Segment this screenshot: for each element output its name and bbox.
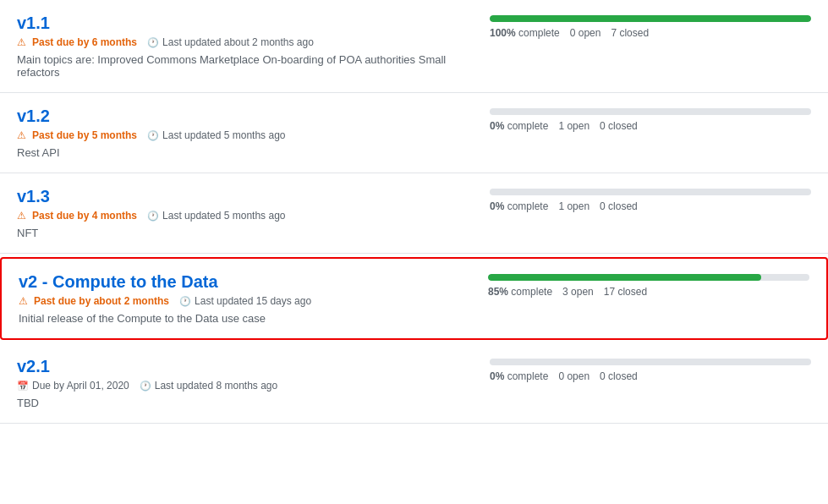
milestone-list: v1.1 Past due by 6 months Last updated a… bbox=[0, 0, 828, 424]
progress-bar-container bbox=[488, 274, 809, 281]
milestone-right: 0% complete 1 open 0 closed bbox=[490, 107, 811, 132]
open-count: 0 open bbox=[558, 370, 589, 382]
updated-meta: Last updated 15 days ago bbox=[179, 295, 311, 307]
clock-icon bbox=[147, 210, 159, 222]
warning-icon bbox=[17, 210, 29, 222]
due-label: Past due by 5 months bbox=[32, 129, 137, 141]
progress-percent: 100% complete bbox=[490, 27, 560, 39]
due-label: Due by April 01, 2020 bbox=[32, 380, 129, 392]
progress-bar-container bbox=[490, 108, 811, 115]
milestone-description: Rest API bbox=[17, 146, 469, 159]
updated-label: Last updated about 2 months ago bbox=[162, 36, 314, 48]
milestone-item-v1-3[interactable]: v1.3 Past due by 4 months Last updated 5… bbox=[0, 173, 828, 254]
milestone-right: 100% complete 0 open 7 closed bbox=[490, 14, 811, 39]
progress-percent: 0% complete bbox=[490, 370, 548, 382]
updated-meta: Last updated 5 months ago bbox=[147, 210, 285, 222]
milestone-description: Initial release of the Compute to the Da… bbox=[19, 312, 468, 325]
milestone-item-v1-1[interactable]: v1.1 Past due by 6 months Last updated a… bbox=[0, 0, 828, 93]
closed-count: 0 closed bbox=[600, 370, 638, 382]
progress-stats: 85% complete 3 open 17 closed bbox=[488, 286, 647, 298]
closed-count: 0 closed bbox=[600, 120, 638, 132]
progress-bar-container bbox=[490, 15, 811, 22]
milestone-left: v2.1 Due by April 01, 2020 Last updated … bbox=[17, 357, 490, 409]
due-meta: Due by April 01, 2020 bbox=[17, 380, 129, 392]
updated-label: Last updated 15 days ago bbox=[195, 295, 311, 307]
milestone-left: v1.1 Past due by 6 months Last updated a… bbox=[17, 14, 490, 79]
milestone-item-v2-1[interactable]: v2.1 Due by April 01, 2020 Last updated … bbox=[0, 343, 828, 424]
progress-stats: 0% complete 1 open 0 closed bbox=[490, 200, 638, 212]
updated-label: Last updated 8 months ago bbox=[155, 380, 277, 392]
due-meta: Past due by about 2 months bbox=[19, 295, 169, 307]
warning-icon bbox=[17, 36, 29, 48]
due-label: Past due by 4 months bbox=[32, 210, 137, 222]
clock-icon bbox=[140, 380, 151, 392]
clock-icon bbox=[179, 295, 191, 307]
milestone-title[interactable]: v1.2 bbox=[17, 107, 469, 126]
progress-percent: 0% complete bbox=[490, 200, 548, 212]
milestone-item-v1-2[interactable]: v1.2 Past due by 5 months Last updated 5… bbox=[0, 93, 828, 173]
milestone-right: 0% complete 0 open 0 closed bbox=[490, 357, 811, 382]
milestone-left: v1.3 Past due by 4 months Last updated 5… bbox=[17, 187, 490, 239]
due-meta: Past due by 6 months bbox=[17, 36, 137, 48]
warning-icon bbox=[19, 295, 30, 307]
progress-percent: 0% complete bbox=[490, 120, 548, 132]
milestone-meta: Past due by 5 months Last updated 5 mont… bbox=[17, 129, 469, 141]
updated-meta: Last updated about 2 months ago bbox=[147, 36, 314, 48]
milestone-description: TBD bbox=[17, 397, 469, 409]
updated-label: Last updated 5 months ago bbox=[162, 210, 285, 222]
milestone-meta: Due by April 01, 2020 Last updated 8 mon… bbox=[17, 380, 469, 392]
updated-label: Last updated 5 months ago bbox=[162, 129, 285, 141]
due-label: Past due by about 2 months bbox=[34, 295, 169, 307]
milestone-title[interactable]: v2.1 bbox=[17, 357, 469, 376]
milestone-item-v2[interactable]: v2 - Compute to the Data Past due by abo… bbox=[0, 257, 828, 340]
open-count: 1 open bbox=[558, 120, 589, 132]
progress-bar-fill bbox=[488, 274, 761, 281]
updated-meta: Last updated 5 months ago bbox=[147, 129, 285, 141]
due-label: Past due by 6 months bbox=[32, 36, 137, 48]
milestone-meta: Past due by 4 months Last updated 5 mont… bbox=[17, 210, 469, 222]
milestone-title[interactable]: v1.1 bbox=[17, 14, 469, 33]
milestone-meta: Past due by about 2 months Last updated … bbox=[19, 295, 468, 307]
progress-bar-fill bbox=[490, 15, 811, 22]
milestone-title[interactable]: v2 - Compute to the Data bbox=[19, 272, 468, 292]
milestone-left: v2 - Compute to the Data Past due by abo… bbox=[19, 272, 488, 325]
clock-icon bbox=[147, 129, 159, 141]
progress-stats: 0% complete 1 open 0 closed bbox=[490, 120, 638, 132]
clock-icon bbox=[147, 36, 159, 48]
warning-icon bbox=[17, 129, 29, 141]
closed-count: 17 closed bbox=[604, 286, 647, 298]
progress-percent: 85% complete bbox=[488, 286, 552, 298]
open-count: 0 open bbox=[570, 27, 601, 39]
milestone-meta: Past due by 6 months Last updated about … bbox=[17, 36, 469, 48]
due-meta: Past due by 4 months bbox=[17, 210, 137, 222]
milestone-left: v1.2 Past due by 5 months Last updated 5… bbox=[17, 107, 490, 159]
progress-stats: 0% complete 0 open 0 closed bbox=[490, 370, 638, 382]
updated-meta: Last updated 8 months ago bbox=[140, 380, 277, 392]
closed-count: 7 closed bbox=[611, 27, 649, 39]
open-count: 3 open bbox=[562, 286, 594, 298]
progress-bar-container bbox=[490, 359, 811, 365]
progress-bar-container bbox=[490, 189, 811, 195]
progress-stats: 100% complete 0 open 7 closed bbox=[490, 27, 649, 39]
milestone-description: NFT bbox=[17, 227, 469, 239]
milestone-right: 0% complete 1 open 0 closed bbox=[490, 187, 811, 212]
open-count: 1 open bbox=[558, 200, 589, 212]
milestone-title[interactable]: v1.3 bbox=[17, 187, 469, 206]
milestone-right: 85% complete 3 open 17 closed bbox=[488, 272, 809, 298]
due-meta: Past due by 5 months bbox=[17, 129, 137, 141]
milestone-description: Main topics are: Improved Commons Market… bbox=[17, 53, 469, 79]
calendar-icon bbox=[17, 380, 29, 392]
closed-count: 0 closed bbox=[600, 200, 638, 212]
